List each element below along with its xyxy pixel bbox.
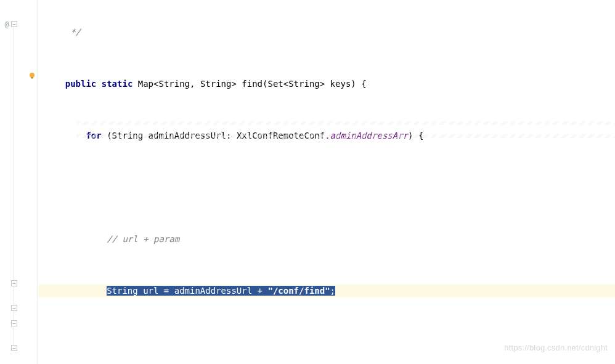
method-signature: public static Map<String, String> find(S… [38, 78, 615, 91]
comment: */ [44, 27, 81, 37]
fold-toggle-icon[interactable]: − [11, 345, 17, 351]
fold-toggle-icon[interactable]: − [11, 320, 17, 326]
intention-bulb-icon[interactable] [28, 72, 36, 79]
editor-gutter: @ − − − − − [0, 0, 38, 364]
fold-toggle-icon[interactable]: − [11, 305, 17, 311]
text-selection: String url = adminAddressUrl + "/conf/fi… [107, 286, 335, 296]
code-editor[interactable]: */ public static Map<String, String> fin… [38, 0, 615, 364]
svg-point-0 [30, 73, 35, 78]
svg-rect-1 [31, 77, 33, 79]
fold-toggle-icon[interactable]: − [11, 21, 17, 27]
fold-toggle-icon[interactable]: − [11, 280, 17, 286]
watermark-text: https://blog.csdn.net/cdnight [504, 341, 608, 354]
comment: // url + param [44, 234, 179, 244]
caret-line: String url = adminAddressUrl + "/conf/fi… [38, 285, 615, 297]
